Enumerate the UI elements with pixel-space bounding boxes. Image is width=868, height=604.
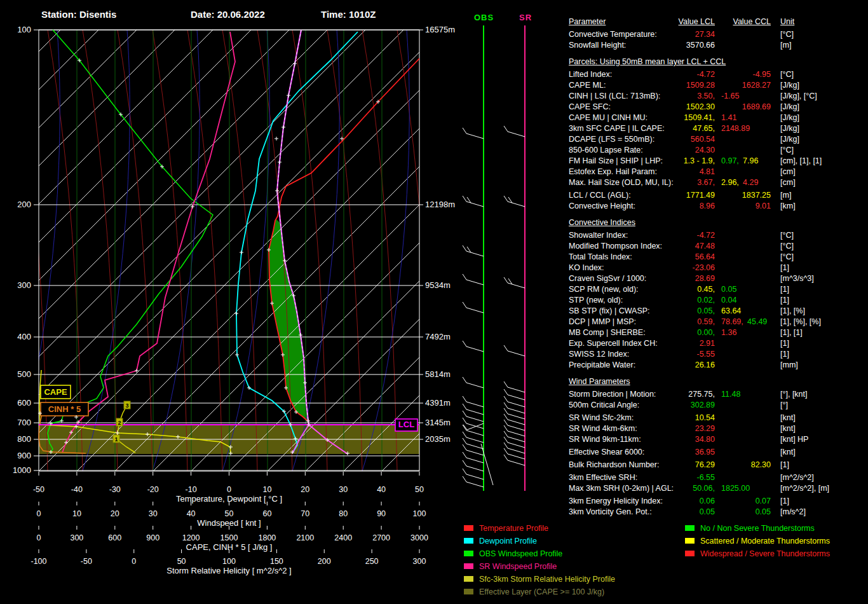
pressure-label: 600	[17, 398, 31, 408]
parameter-row: SR Wind Sfc-2km:10.54[knt]	[569, 413, 868, 423]
temperature-axis-tick-label: -20	[147, 485, 159, 494]
cape-axis-tick-label: 2100	[296, 533, 314, 542]
parameter-row: Bulk Richardson Number:76.2982.30[1]	[569, 460, 868, 470]
windspeed-axis-tick-label: 100	[413, 509, 426, 518]
legend-swatch	[464, 563, 473, 569]
value-ccl: 1689.69	[742, 102, 771, 113]
value-lcl: -23.06	[693, 263, 715, 273]
windspeed-axis-tick-label: 70	[301, 509, 309, 518]
wind-barb-tick	[463, 460, 466, 466]
parameter-label: Convective Temperature:	[569, 29, 657, 40]
header-unit: Unit	[780, 17, 794, 27]
value-lcl: 1509.28	[686, 80, 715, 91]
unit-label: [m^2/s^2]	[780, 472, 814, 483]
profile-legend-item: Effective Layer (CAPE >= 100 J/kg)	[464, 587, 615, 600]
wind-barb	[466, 308, 484, 313]
parameter-label: Convective Height:	[569, 201, 635, 212]
parameter-row: Effective Shear 6000:36.95[knt]	[569, 447, 868, 458]
value-lcl: 560.54	[691, 134, 715, 145]
unit-label: [J/kg], [°C]	[780, 91, 817, 102]
value-lcl: 47.65,	[693, 123, 715, 134]
wind-barb-tick	[463, 404, 466, 409]
value-lcl: 10.54	[695, 413, 715, 423]
value-extra: 11.48	[721, 389, 740, 400]
parameter-row: Snowfall Height:3570.66[m]	[569, 40, 868, 51]
wind-barb	[508, 351, 525, 356]
value-lcl: 1771.49	[686, 190, 715, 201]
value-lcl: 36.95	[695, 447, 715, 458]
height-label: 16575m	[425, 25, 455, 34]
parameter-row: Showalter Index:-4.72[°C]	[569, 230, 868, 241]
unit-label: [1]	[780, 496, 789, 507]
parameter-row: Max. Hail Size (OLD, MU, IL):3.67,2.96, …	[569, 177, 868, 188]
parameter-row: CAPE SFC:1502.301689.69[J/kg]	[569, 102, 868, 113]
legend-label: Sfc-3km Storm Relative Helicity Profile	[479, 575, 615, 584]
value-extra: 0.05	[721, 284, 736, 295]
panel-section-title: Parcels: Using 50mB mean layer LCL + CCL	[569, 57, 868, 67]
temperature-axis-tick-label: 10	[262, 485, 271, 494]
panel-rows: Convective Temperature:27.34[°C]Snowfall…	[569, 29, 868, 518]
windspeed-axis-tick-label: 50	[225, 509, 234, 518]
pressure-label: 500	[17, 369, 31, 379]
parameter-row: SR Wind 9km-11km:34.80[knt] HP	[569, 434, 868, 445]
value-lcl: 28.69	[695, 273, 715, 284]
value-lcl: 56.64	[695, 252, 715, 263]
value-extra-item: 7.96	[739, 156, 759, 165]
windspeed-axis-tick-label: 0	[37, 509, 41, 518]
value-extra: 1.41	[721, 113, 736, 123]
panel-header-row: Parameter Value LCL Value CCL Unit	[569, 17, 868, 29]
value-lcl: 0.05,	[697, 306, 715, 317]
unit-label: [J/kg]	[780, 80, 799, 91]
windspeed-axis-tick-label: 10	[72, 509, 81, 518]
parameter-label: 850-600 Lapse Rate:	[569, 145, 643, 156]
legend-label: Widespread / Severe Thunderstorms	[700, 549, 830, 558]
wind-barb-tick	[463, 452, 466, 458]
parameter-label: Craven SigSvr / 1000:	[569, 273, 646, 284]
cape-axis-tick-label: 300	[70, 533, 83, 542]
parameter-label: DCP | MMP | MSP:	[569, 317, 636, 327]
value-lcl: 26.16	[695, 360, 715, 371]
srh-km-marker-label: 1	[114, 436, 118, 443]
wind-barb-tick	[504, 277, 508, 283]
value-ccl: -4.95	[753, 69, 771, 80]
value-extra: 0.97, 7.96	[721, 156, 758, 167]
wind-barb	[508, 425, 525, 430]
value-lcl: 27.34	[695, 29, 715, 40]
wind-barb-tick	[504, 396, 508, 402]
windspeed-axis-tick-label: 20	[111, 509, 119, 518]
value-extra-item: 2.96,	[721, 178, 739, 187]
wind-barb	[466, 202, 484, 207]
unit-label: [1]	[780, 263, 789, 273]
temperature-axis-tick-label: 40	[377, 485, 386, 494]
value-lcl: 0.59,	[697, 317, 715, 327]
parameter-label: 3km Vorticity Gen. Pot.:	[569, 507, 652, 518]
parameter-label: Storm Direction | Motion:	[569, 389, 656, 400]
wind-barb-tick	[504, 448, 508, 454]
parameter-label: CAPE MU | CINH MU:	[569, 113, 648, 123]
wind-barb-tick	[504, 437, 508, 443]
pressure-label: 900	[17, 451, 31, 460]
parameter-label: SCP RM (new, old):	[569, 284, 639, 295]
unit-label: [°]	[780, 400, 788, 411]
unit-label: [km]	[780, 201, 796, 212]
cape-axis-tick-label: 2400	[334, 533, 352, 542]
height-label: 7492m	[425, 332, 451, 341]
cape-axis-tick-label: 900	[146, 533, 159, 542]
value-extra: -1.65	[721, 91, 740, 102]
value-extra-item: 1825.00	[721, 484, 750, 493]
wind-barb	[466, 466, 484, 471]
unit-label: [cm]	[780, 167, 796, 177]
parameter-row: Lifted Index:-4.72-4.95[°C]	[569, 69, 868, 80]
parameter-label: SR Wind Sfc-2km:	[569, 413, 634, 423]
panel-section-title: Convective Indices	[569, 217, 868, 228]
srh-km-marker-label: 3	[125, 402, 128, 409]
parameter-label: LCL / CCL (AGL):	[569, 190, 631, 201]
parameter-row: KO Index:-23.06[1]	[569, 263, 868, 273]
unit-label: [°C]	[780, 241, 794, 252]
wind-barb	[508, 431, 525, 436]
parameter-label: KO Index:	[569, 263, 604, 273]
temperature-axis-tick-label: -30	[109, 485, 121, 494]
parameter-label: CAPE ML:	[569, 80, 606, 91]
unit-label: [°C]	[780, 145, 794, 156]
wind-barb	[508, 437, 525, 442]
